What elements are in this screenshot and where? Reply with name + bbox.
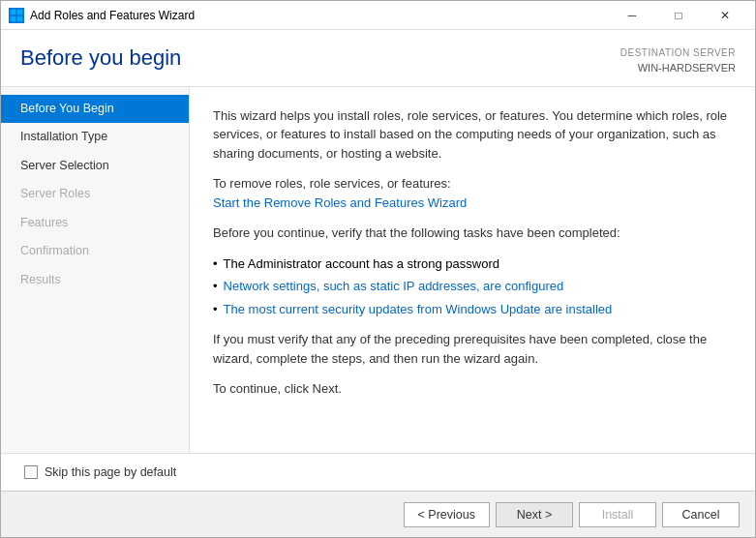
- main-wrapper: Before you begin DESTINATION SERVER WIN-…: [1, 30, 755, 537]
- svg-rect-3: [17, 15, 22, 20]
- remove-link[interactable]: Start the Remove Roles and Features Wiza…: [213, 195, 467, 210]
- prerequisites-list: • The Administrator account has a strong…: [213, 254, 732, 319]
- destination-server-name: WIN-HARDSERVER: [620, 60, 736, 76]
- bullet-dot-1: •: [213, 254, 218, 274]
- button-bar: < Previous Next > Install Cancel: [1, 491, 755, 537]
- close-button[interactable]: ✕: [703, 1, 747, 30]
- remove-intro: To remove roles, role services, or featu…: [213, 174, 732, 212]
- main-content: Before You Begin Installation Type Serve…: [1, 87, 755, 454]
- svg-rect-1: [17, 9, 22, 14]
- sidebar-item-confirmation: Confirmation: [1, 237, 189, 266]
- maximize-button[interactable]: □: [656, 1, 701, 30]
- window-controls: ─ □ ✕: [610, 1, 747, 30]
- svg-rect-2: [11, 15, 15, 20]
- main-panel: This wizard helps you install roles, rol…: [190, 87, 755, 454]
- sidebar-item-installation-type[interactable]: Installation Type: [1, 123, 189, 152]
- bullet-text-3: The most current security updates from W…: [224, 300, 613, 319]
- main-window: Add Roles and Features Wizard ─ □ ✕ Befo…: [0, 0, 756, 538]
- title-bar: Add Roles and Features Wizard ─ □ ✕: [1, 1, 755, 30]
- window-title: Add Roles and Features Wizard: [30, 9, 610, 22]
- destination-server-info: DESTINATION SERVER WIN-HARDSERVER: [620, 45, 736, 76]
- sidebar: Before You Begin Installation Type Serve…: [1, 87, 190, 454]
- sidebar-item-before-you-begin[interactable]: Before You Begin: [1, 95, 189, 124]
- footer-area: Skip this page by default < Previous Nex…: [1, 453, 755, 537]
- continue-paragraph: To continue, click Next.: [213, 379, 732, 399]
- bullet-text-2: Network settings, such as static IP addr…: [224, 277, 564, 296]
- verify-close-paragraph: If you must verify that any of the prece…: [213, 330, 732, 368]
- svg-rect-0: [11, 9, 15, 14]
- page-title: Before you begin: [20, 45, 181, 71]
- next-button[interactable]: Next >: [496, 502, 573, 527]
- skip-checkbox[interactable]: [24, 465, 38, 479]
- sidebar-item-results: Results: [1, 266, 189, 295]
- intro-paragraph: This wizard helps you install roles, rol…: [213, 106, 732, 164]
- destination-label: DESTINATION SERVER: [620, 45, 736, 60]
- bullet-text-1: The Administrator account has a strong p…: [224, 254, 499, 274]
- page-header: Before you begin DESTINATION SERVER WIN-…: [1, 30, 755, 87]
- sidebar-item-server-selection[interactable]: Server Selection: [1, 152, 189, 181]
- skip-checkbox-wrap: Skip this page by default: [24, 465, 176, 479]
- minimize-button[interactable]: ─: [610, 1, 654, 30]
- app-icon: [9, 8, 24, 23]
- bullet-dot-2: •: [213, 277, 218, 296]
- previous-button[interactable]: < Previous: [404, 502, 490, 527]
- bullet-item-1: • The Administrator account has a strong…: [213, 254, 732, 274]
- install-button[interactable]: Install: [579, 502, 656, 527]
- cancel-button[interactable]: Cancel: [662, 502, 740, 527]
- bullet-item-3: • The most current security updates from…: [213, 300, 732, 319]
- verify-paragraph: Before you continue, verify that the fol…: [213, 224, 732, 243]
- sidebar-item-features: Features: [1, 209, 189, 238]
- skip-area: Skip this page by default: [1, 453, 755, 491]
- bullet-item-2: • Network settings, such as static IP ad…: [213, 277, 732, 296]
- sidebar-item-server-roles: Server Roles: [1, 180, 189, 209]
- skip-label: Skip this page by default: [45, 465, 176, 479]
- bullet-dot-3: •: [213, 300, 218, 319]
